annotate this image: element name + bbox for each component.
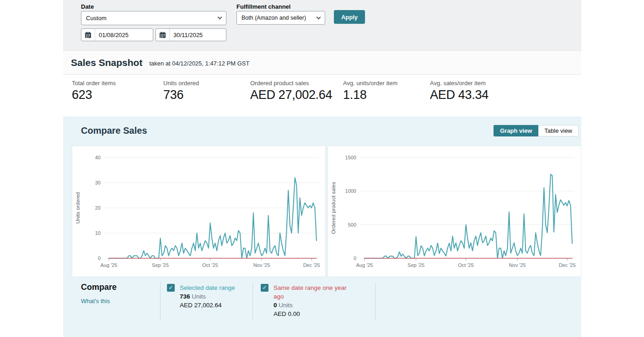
start-date-input[interactable] [81, 28, 153, 41]
metric-value: AED 27,002.64 [250, 88, 338, 102]
start-date-field[interactable] [95, 32, 153, 38]
svg-text:40: 40 [95, 155, 101, 160]
date-filter-label: Date [81, 3, 94, 10]
chevron-down-icon [218, 15, 222, 20]
compare-legend-title: Compare [81, 283, 160, 292]
legend-label: Same date range one year ago [274, 283, 352, 301]
fulfillment-channel-label: Fulfillment channel [236, 3, 290, 10]
filter-bar: Date Custom Fulfillment channel Both (Am… [63, 0, 581, 50]
metric-value: 736 [163, 88, 246, 102]
year-ago-checkbox[interactable]: ✓ [261, 284, 268, 292]
svg-text:Sep '25: Sep '25 [408, 262, 424, 268]
table-view-button[interactable]: Table view [538, 125, 579, 136]
legend-sales-value: AED 27,002.64 [180, 301, 235, 310]
svg-text:500: 500 [348, 222, 356, 228]
svg-text:10: 10 [95, 230, 101, 236]
compare-sales-section: Compare Sales Graph view Table view 0102… [63, 117, 581, 337]
metric-value: 623 [72, 88, 159, 102]
metric-label: Total order items [72, 80, 159, 87]
svg-text:Dec '25: Dec '25 [303, 262, 320, 268]
compare-legend: Compare What's this ✓ Selected date rang… [81, 283, 581, 321]
metric-value: 1.18 [343, 88, 425, 102]
legend-units-value: 0 [274, 302, 277, 309]
svg-text:Nov '25: Nov '25 [509, 262, 526, 268]
svg-text:Aug '25: Aug '25 [356, 262, 373, 268]
metric-label: Ordered product sales [250, 80, 338, 87]
metric-avg-sales-order-item: Avg. sales/order item AED 43.34 [430, 80, 493, 111]
ordered-product-sales-chart-card: 050010001500Aug '25Sep '25Oct '25Nov '25… [327, 146, 581, 277]
graph-view-button[interactable]: Graph view [494, 125, 538, 136]
view-toggle: Graph view Table view [494, 125, 579, 136]
compare-sales-title: Compare Sales [81, 125, 147, 136]
svg-text:20: 20 [95, 205, 101, 211]
fulfillment-channel-value: Both (Amazon and seller) [242, 15, 317, 21]
legend-divider [375, 283, 376, 321]
units-ordered-chart: 010203040Aug '25Sep '25Oct '25Nov '25Dec… [72, 146, 325, 277]
svg-text:Oct '25: Oct '25 [458, 262, 474, 268]
metric-label: Units ordered [163, 80, 246, 87]
legend-label: Selected date range [180, 283, 235, 292]
svg-text:Sep '25: Sep '25 [152, 262, 169, 268]
calendar-icon [81, 29, 95, 41]
metric-value: AED 43.34 [430, 88, 488, 102]
svg-text:Aug '25: Aug '25 [101, 262, 118, 268]
legend-units-value: 736 [180, 293, 190, 300]
svg-text:0: 0 [98, 255, 101, 261]
metric-units-ordered: Units ordered 736 [163, 80, 250, 111]
svg-text:30: 30 [95, 180, 101, 185]
sales-snapshot-header: Sales Snapshot taken at 04/12/2025, 1:47… [63, 50, 581, 75]
legend-sales-value: AED 0.00 [274, 310, 352, 318]
legend-item-selected-range: ✓ Selected date range 736 Units AED 27,0… [161, 283, 252, 321]
legend-units-word: Units [279, 302, 293, 309]
legend-units-word: Units [192, 293, 206, 300]
svg-text:0: 0 [354, 255, 356, 261]
date-range-select[interactable]: Custom [81, 11, 226, 25]
metric-label: Avg. sales/order item [430, 80, 488, 87]
svg-text:Dec '25: Dec '25 [559, 262, 576, 268]
end-date-input[interactable] [156, 28, 226, 41]
fulfillment-channel-select[interactable]: Both (Amazon and seller) [236, 11, 325, 25]
svg-text:Ordered product sales: Ordered product sales [331, 182, 336, 234]
whats-this-link[interactable]: What's this [81, 298, 110, 304]
ordered-product-sales-chart: 050010001500Aug '25Sep '25Oct '25Nov '25… [328, 146, 581, 277]
sales-dashboard-page: Date Custom Fulfillment channel Both (Am… [0, 0, 644, 337]
date-range-value: Custom [86, 15, 218, 22]
end-date-field[interactable] [170, 32, 226, 38]
calendar-icon [156, 29, 170, 41]
snapshot-timestamp: taken at 04/12/2025, 1:47:12 PM GST [149, 60, 249, 67]
metric-avg-units-order-item: Avg. units/order item 1.18 [343, 80, 430, 111]
chevron-down-icon [317, 15, 321, 19]
legend-item-year-ago: ✓ Same date range one year ago 0 Units A… [253, 283, 375, 321]
metric-label: Avg. units/order item [343, 80, 425, 87]
svg-text:Oct '25: Oct '25 [202, 262, 218, 268]
svg-text:1500: 1500 [345, 155, 356, 160]
svg-text:1000: 1000 [345, 188, 356, 194]
apply-button[interactable]: Apply [334, 10, 365, 24]
metric-ordered-product-sales: Ordered product sales AED 27,002.64 [250, 80, 343, 111]
svg-text:Units ordered: Units ordered [75, 192, 80, 223]
metric-total-order-items: Total order items 623 [72, 80, 163, 111]
units-ordered-chart-card: 010203040Aug '25Sep '25Oct '25Nov '25Dec… [72, 146, 326, 277]
selected-range-checkbox[interactable]: ✓ [167, 284, 175, 292]
svg-text:Nov '25: Nov '25 [253, 262, 270, 268]
sales-snapshot-title: Sales Snapshot [71, 57, 142, 68]
snapshot-metrics: Total order items 623 Units ordered 736 … [63, 75, 581, 111]
